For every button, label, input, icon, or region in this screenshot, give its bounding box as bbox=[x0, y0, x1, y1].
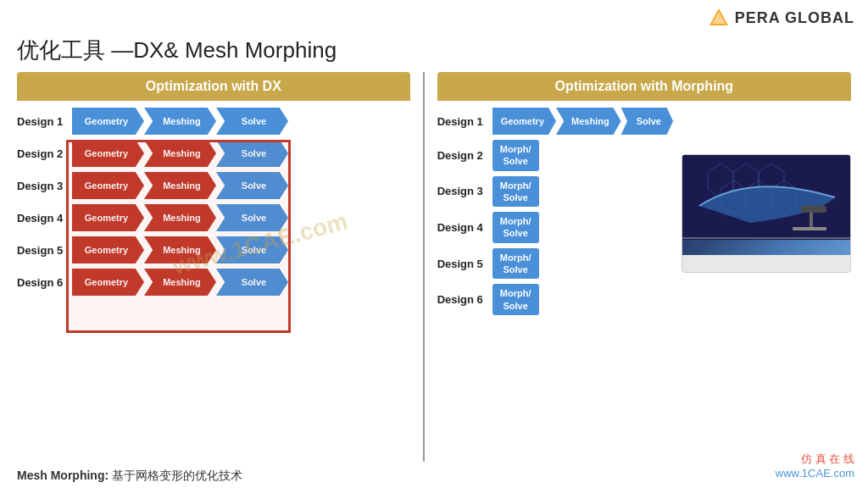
dx-d1-meshing: Meshing bbox=[144, 108, 216, 135]
dx-d6-solve: Solve bbox=[216, 269, 288, 296]
dx-design-5-flow: Geometry Meshing Solve bbox=[72, 236, 288, 263]
svg-rect-11 bbox=[793, 227, 826, 230]
morph-d1-meshing: Meshing bbox=[556, 108, 621, 135]
morph-design-1-flow: Geometry Meshing Solve bbox=[492, 108, 673, 135]
dx-rows: Design 1 Geometry Meshing Solve Design 2… bbox=[17, 108, 410, 296]
dx-design-row-5: Design 5 Geometry Meshing Solve bbox=[17, 236, 410, 263]
dx-design-6-flow: Geometry Meshing Solve bbox=[72, 269, 288, 296]
dx-d1-solve: Solve bbox=[216, 108, 288, 135]
dx-design-row-2: Design 2 Geometry Meshing Solve bbox=[17, 140, 410, 167]
dx-d2-meshing: Meshing bbox=[144, 140, 216, 167]
morph-d5-button: Morph/Solve bbox=[492, 248, 539, 280]
logo-icon bbox=[708, 7, 730, 29]
dx-design-row-6: Design 6 Geometry Meshing Solve bbox=[17, 269, 410, 296]
left-panel-header: Optimization with DX bbox=[17, 72, 410, 101]
morph-design-row-5: Design 5 Morph/Solve bbox=[437, 248, 673, 280]
dx-d5-meshing: Meshing bbox=[144, 236, 216, 263]
dx-d6-geometry: Geometry bbox=[72, 269, 144, 296]
page-title: 优化工具 —DX& Mesh Morphing bbox=[0, 32, 868, 72]
right-panel: Optimization with Morphing Design 1 Geom… bbox=[429, 72, 860, 462]
model-image-container: Solverkit0.4 AoDSurface Grid bbox=[682, 108, 851, 320]
model-image-wrapper: Solverkit0.4 AoDSurface Grid bbox=[682, 154, 851, 273]
morph-design-row-4: Design 4 Morph/Solve bbox=[437, 212, 673, 243]
dx-design-6-label: Design 6 bbox=[17, 276, 72, 289]
top-bar: PERA GLOBAL bbox=[0, 0, 868, 32]
mesh-morphing-label: Mesh Morphing: 基于网格变形的优化技术 bbox=[17, 469, 242, 482]
dx-design-1-flow: Geometry Meshing Solve bbox=[72, 108, 288, 135]
dx-design-4-label: Design 4 bbox=[17, 212, 72, 225]
morph-design-2-label: Design 2 bbox=[437, 149, 492, 162]
model-svg bbox=[682, 155, 851, 257]
dx-d4-geometry: Geometry bbox=[72, 204, 144, 231]
right-panel-header: Optimization with Morphing bbox=[437, 72, 851, 101]
watermark: 仿 真 在 线 www.1CAE.com bbox=[776, 452, 854, 480]
watermark-line2: www.1CAE.com bbox=[776, 467, 854, 480]
morph-design-row-3: Design 3 Morph/Solve bbox=[437, 176, 673, 208]
dx-design-3-label: Design 3 bbox=[17, 180, 72, 192]
logo-area: PERA GLOBAL bbox=[708, 7, 854, 29]
dx-design-3-flow: Geometry Meshing Solve bbox=[72, 172, 288, 199]
dx-d5-geometry: Geometry bbox=[72, 236, 144, 263]
dx-design-row-4: Design 4 Geometry Meshing Solve bbox=[17, 204, 410, 231]
morph-d1-geometry: Geometry bbox=[492, 108, 556, 135]
morph-design-5-label: Design 5 bbox=[437, 258, 492, 270]
left-panel: Optimization with DX Design 1 Geometry M… bbox=[8, 72, 419, 462]
morph-design-6-label: Design 6 bbox=[437, 293, 492, 306]
morphing-designs: Design 1 Geometry Meshing Solve Design 2… bbox=[437, 108, 673, 320]
dx-d3-solve: Solve bbox=[216, 172, 288, 199]
dx-d5-solve: Solve bbox=[216, 236, 288, 263]
dx-d3-meshing: Meshing bbox=[144, 172, 216, 199]
morph-design-row-2: Design 2 Morph/Solve bbox=[437, 140, 673, 171]
dx-d3-geometry: Geometry bbox=[72, 172, 144, 199]
content-area: Optimization with DX Design 1 Geometry M… bbox=[0, 72, 868, 462]
panel-divider bbox=[423, 72, 425, 462]
model-caption: Solverkit0.4 AoDSurface Grid bbox=[682, 260, 850, 273]
dx-d1-geometry: Geometry bbox=[72, 108, 144, 135]
dx-design-5-label: Design 5 bbox=[17, 244, 72, 257]
morph-d2-button: Morph/Solve bbox=[492, 140, 539, 171]
logo-text: PERA GLOBAL bbox=[735, 9, 854, 27]
dx-design-2-label: Design 2 bbox=[17, 147, 72, 160]
morph-d1-solve: Solve bbox=[621, 108, 673, 135]
dx-design-2-flow: Geometry Meshing Solve bbox=[72, 140, 288, 167]
morph-d3-button: Morph/Solve bbox=[492, 176, 539, 208]
dx-d2-geometry: Geometry bbox=[72, 140, 144, 167]
morph-design-row-1: Design 1 Geometry Meshing Solve bbox=[437, 108, 673, 135]
dx-design-1-label: Design 1 bbox=[17, 115, 72, 128]
3d-model-image: Solverkit0.4 AoDSurface Grid bbox=[682, 154, 851, 273]
right-content: Design 1 Geometry Meshing Solve Design 2… bbox=[437, 108, 851, 320]
dx-design-row-1: Design 1 Geometry Meshing Solve bbox=[17, 108, 410, 135]
dx-d6-meshing: Meshing bbox=[144, 269, 216, 296]
morph-d6-button: Morph/Solve bbox=[492, 284, 539, 315]
svg-rect-9 bbox=[801, 206, 826, 213]
dx-d4-meshing: Meshing bbox=[144, 204, 216, 231]
dx-d2-solve: Solve bbox=[216, 140, 288, 167]
morph-d4-button: Morph/Solve bbox=[492, 212, 539, 243]
morph-design-row-6: Design 6 Morph/Solve bbox=[437, 284, 673, 315]
morph-design-4-label: Design 4 bbox=[437, 221, 492, 234]
morph-design-3-label: Design 3 bbox=[437, 185, 492, 197]
dx-d4-solve: Solve bbox=[216, 204, 288, 231]
morph-design-1-label: Design 1 bbox=[437, 115, 492, 128]
bottom-note: Mesh Morphing: 基于网格变形的优化技术 bbox=[0, 462, 868, 488]
dx-design-4-flow: Geometry Meshing Solve bbox=[72, 204, 288, 231]
watermark-line1: 仿 真 在 线 bbox=[776, 452, 854, 467]
dx-design-row-3: Design 3 Geometry Meshing Solve bbox=[17, 172, 410, 199]
